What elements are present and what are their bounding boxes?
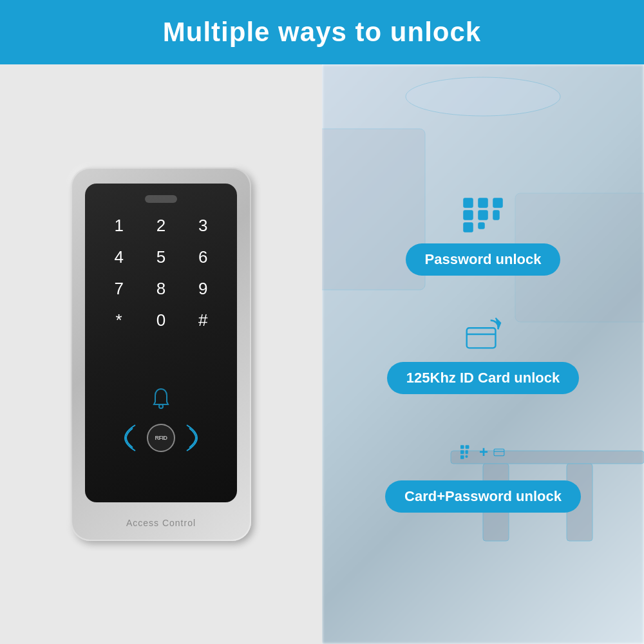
svg-point-0 (159, 404, 163, 408)
key-0[interactable]: 0 (148, 310, 174, 330)
left-panel: 1 2 3 4 5 6 7 8 9 (0, 64, 322, 644)
key-3[interactable]: 3 (190, 216, 216, 236)
key-hash[interactable]: # (190, 310, 216, 330)
svg-rect-23 (494, 449, 504, 456)
key-9[interactable]: 9 (190, 279, 216, 299)
access-control-device: 1 2 3 4 5 6 7 8 9 (64, 161, 258, 547)
svg-rect-19 (460, 450, 464, 453)
svg-rect-15 (467, 328, 496, 348)
key-star[interactable]: * (106, 310, 132, 330)
rfid-rings: RFID (135, 412, 187, 464)
key-8[interactable]: 8 (148, 279, 174, 299)
device-brand-label: Access Control (71, 518, 251, 528)
password-unlock-badge: Password unlock (406, 243, 561, 276)
key-4[interactable]: 4 (106, 247, 132, 267)
rfid-reader: RFID (132, 409, 190, 467)
key-5[interactable]: 5 (148, 247, 174, 267)
rfid-circle: RFID (147, 424, 175, 452)
combo-unlock-item: + Card+Password unlock (385, 433, 581, 513)
header: Multiple ways to unlock (0, 0, 644, 64)
svg-rect-8 (478, 198, 488, 207)
keypad-row-1: 1 2 3 (98, 216, 224, 236)
combo-icon: + (460, 433, 506, 471)
key-6[interactable]: 6 (190, 247, 216, 267)
keypad-row-2: 4 5 6 (98, 247, 224, 267)
device-black-panel: 1 2 3 4 5 6 7 8 9 (85, 184, 237, 502)
combo-unlock-badge: Card+Password unlock (385, 480, 581, 513)
sensor-indicator (145, 195, 177, 203)
svg-rect-7 (464, 198, 473, 207)
svg-rect-14 (478, 223, 484, 229)
svg-rect-18 (466, 445, 469, 448)
svg-rect-22 (466, 455, 468, 457)
key-7[interactable]: 7 (106, 279, 132, 299)
keypad-area: 1 2 3 4 5 6 7 8 9 (98, 216, 224, 342)
keypad-row-3: 7 8 9 (98, 279, 224, 299)
svg-rect-12 (493, 211, 499, 220)
rfid-label: RFID (155, 435, 167, 441)
svg-rect-11 (478, 211, 488, 220)
svg-rect-21 (460, 455, 464, 459)
main-content: 1 2 3 4 5 6 7 8 9 (0, 64, 644, 644)
svg-rect-20 (466, 450, 468, 453)
unlock-features: Password unlock 125Kh (322, 64, 644, 644)
card-unlock-item: 125Khz ID Card unlock (387, 314, 579, 394)
svg-rect-13 (464, 223, 473, 232)
card-icon (460, 314, 506, 353)
password-unlock-item: Password unlock (406, 196, 561, 276)
device-outer-body: 1 2 3 4 5 6 7 8 9 (71, 167, 251, 541)
page-title: Multiple ways to unlock (163, 17, 481, 48)
right-panel: Password unlock 125Kh (322, 64, 644, 644)
svg-rect-9 (493, 198, 502, 207)
svg-rect-17 (460, 445, 464, 448)
plus-icon: + (479, 443, 488, 461)
password-icon (460, 196, 506, 234)
svg-rect-10 (464, 211, 473, 220)
keypad-row-4: * 0 # (98, 310, 224, 330)
key-1[interactable]: 1 (106, 216, 132, 236)
card-unlock-badge: 125Khz ID Card unlock (387, 362, 579, 394)
key-2[interactable]: 2 (148, 216, 174, 236)
